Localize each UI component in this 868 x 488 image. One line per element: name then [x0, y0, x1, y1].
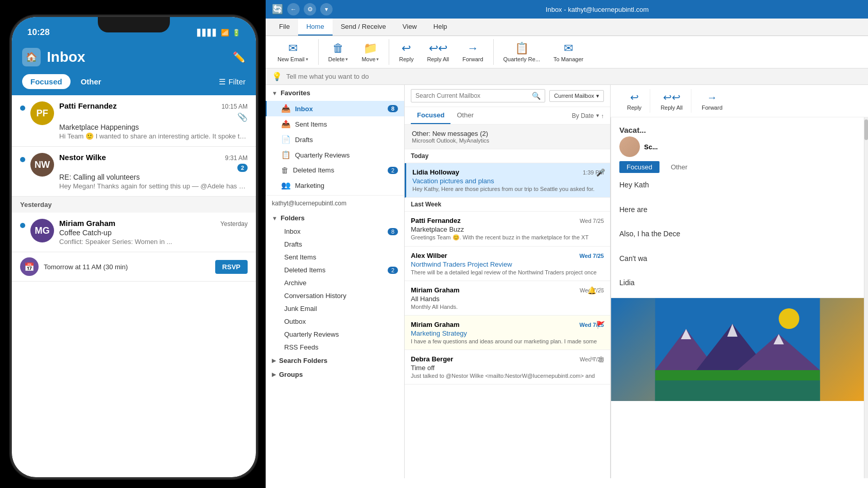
last-week-section: Last Week — [405, 198, 610, 212]
phone-focused-tab[interactable]: Focused — [22, 74, 71, 89]
sidebar-account: kathyt@lucernepubintl.com — [266, 195, 404, 211]
ribbon-tab-help[interactable]: Help — [425, 19, 456, 36]
sidebar-folder-outbox[interactable]: Outbox — [266, 315, 404, 328]
sidebar-item-deleted[interactable]: 🗑 Deleted Items 2 — [266, 163, 404, 178]
read-reply-all-button[interactable]: ↩↩ Reply All — [652, 89, 691, 113]
reply-button[interactable]: ↩ Reply — [393, 39, 419, 65]
sidebar-folder-quarterly[interactable]: Quarterly Reviews — [266, 328, 404, 341]
folder-drafts-label: Drafts — [284, 240, 302, 248]
sidebar-search-folders-header[interactable]: ▶ Search Folders — [266, 354, 404, 368]
ribbon-tab-view[interactable]: View — [394, 19, 425, 36]
email-item-alex[interactable]: Alex Wilber Wed 7/25 Northwind Traders P… — [405, 247, 610, 281]
sidebar-folder-conv-history[interactable]: Conversation History — [266, 289, 404, 302]
phone-email-header-3: Miriam Graham Yesterday — [59, 219, 248, 228]
sidebar-folder-archive[interactable]: Archive — [266, 276, 404, 289]
sidebar-folder-deleted[interactable]: Deleted Items 2 — [266, 264, 404, 276]
phone-other-tab[interactable]: Other — [73, 74, 110, 89]
phone-email-header-2: Nestor Wilke 9:31 AM 2 — [59, 153, 248, 172]
email-item-alex-header: Alex Wilber Wed 7/25 — [411, 252, 604, 259]
folder-inbox-badge: 8 — [388, 228, 398, 235]
avatar-miriam: MG — [30, 219, 54, 242]
email-item-debra[interactable]: Debra Berger Wed 7/25 Time off Just talk… — [405, 350, 610, 385]
search-input[interactable] — [415, 92, 529, 99]
read-forward-button[interactable]: → Forward — [693, 90, 731, 113]
email-subject-lidia: Vacation pictures and plans — [412, 177, 604, 185]
email-preview-patti: Greetings Team 😊. With the recent buzz i… — [411, 234, 604, 241]
delete-label: Delete — [328, 56, 345, 62]
other-tab[interactable]: Other — [450, 107, 480, 124]
phone-item-right-1: 10:15 AM 📎 — [221, 103, 248, 122]
mailbox-dropdown-arrow: ▾ — [596, 93, 599, 99]
folder-inbox-label: Inbox — [284, 228, 301, 235]
sidebar-item-inbox-favorites[interactable]: 📥 Inbox 8 — [266, 101, 404, 116]
sidebar-folder-junk[interactable]: Junk Email — [266, 302, 404, 315]
reading-focused-tab[interactable]: Focused — [619, 161, 659, 173]
ribbon-tab-file[interactable]: File — [271, 19, 298, 36]
email-item-lidia[interactable]: Lidia Holloway 1:39 PM Vacation pictures… — [405, 163, 610, 198]
reading-content: Hey Kath Here are Also, I ha the Dece Ca… — [619, 179, 856, 289]
sidebar-groups-header[interactable]: ▶ Groups — [266, 368, 404, 381]
sidebar-item-marketing[interactable]: 👥 Marketing — [266, 178, 404, 193]
delete-button[interactable]: 🗑 Delete ▾ — [323, 39, 354, 65]
sidebar-folder-drafts[interactable]: Drafts — [266, 238, 404, 251]
sidebar-item-drafts[interactable]: 📄 Drafts — [266, 132, 404, 147]
tell-me-input[interactable] — [286, 73, 862, 80]
move-button[interactable]: 📁 Move ▾ — [356, 39, 385, 65]
outlook-logo: 🔄 — [272, 4, 283, 15]
scrollbar-track[interactable] — [864, 117, 868, 478]
mailbox-dropdown[interactable]: Current Mailbox ▾ — [549, 90, 604, 102]
phone-email-item-1[interactable]: PF Patti Fernandez 10:15 AM 📎 Marketplac… — [12, 95, 256, 147]
rsvp-button[interactable]: RSVP — [215, 260, 248, 274]
new-email-button[interactable]: ✉ New Email ▾ — [272, 39, 314, 65]
scrollbar-thumb[interactable] — [864, 119, 868, 140]
email-icons-miriam-ah: 🔔 ⚑ — [587, 286, 605, 294]
folder-deleted-label: Deleted Items — [284, 266, 325, 274]
reading-other-tab[interactable]: Other — [664, 161, 695, 173]
phone-event-text: Tomorrow at 11 AM (30 min) — [44, 263, 210, 271]
phone-event-row[interactable]: 📅 Tomorrow at 11 AM (30 min) RSVP — [12, 252, 256, 282]
read-reply-button[interactable]: ↩ Reply — [619, 89, 650, 113]
email-item-patti[interactable]: Patti Fernandez Wed 7/25 Marketplace Buz… — [405, 212, 610, 247]
settings-button[interactable]: ⚙ — [304, 3, 316, 15]
more-button[interactable]: ▾ — [320, 3, 333, 15]
sidebar-folders-header[interactable]: ▼ Folders — [266, 211, 404, 225]
email-subject-miriam-ah: All Hands — [411, 295, 604, 303]
compose-button[interactable]: ✏️ — [233, 51, 246, 63]
reply-all-button[interactable]: ↩↩ Reply All — [421, 39, 455, 65]
focused-tab[interactable]: Focused — [411, 107, 450, 124]
email-item-debra-header: Debra Berger Wed 7/25 — [411, 355, 604, 363]
debra-flag-icon: ⚑ — [589, 355, 596, 363]
forward-button[interactable]: → Forward — [457, 39, 489, 65]
move-dropdown-icon: ▾ — [376, 57, 379, 62]
sort-label[interactable]: By Date — [572, 112, 594, 119]
other-notice[interactable]: Other: New messages (2) Microsoft Outloo… — [405, 125, 610, 149]
phone-time-2: 9:31 AM — [225, 154, 248, 162]
reading-pane-toolbar: ↩ Reply ↩↩ Reply All → Forward — [611, 85, 868, 117]
sidebar-item-sent[interactable]: 📤 Sent Items — [266, 116, 404, 132]
phone-email-item-3[interactable]: MG Miriam Graham Yesterday Coffee Catch-… — [12, 213, 256, 252]
ribbon-tab-home[interactable]: Home — [298, 19, 333, 36]
phone-header: 🏠 Inbox ✏️ — [12, 43, 256, 74]
search-box[interactable]: 🔍 — [411, 89, 545, 102]
to-manager-button[interactable]: ✉ To Manager — [548, 39, 589, 65]
email-item-miriam-marketing[interactable]: Miriam Graham Wed 7/25 Marketing Strateg… — [405, 316, 610, 350]
sidebar-item-quarterly[interactable]: 📋 Quarterly Reviews — [266, 147, 404, 163]
sidebar-favorites-header[interactable]: ▼ Favorites — [266, 85, 404, 101]
read-reply-all-label: Reply All — [661, 104, 683, 111]
ribbon-tab-send-receive[interactable]: Send / Receive — [333, 19, 394, 36]
phone-filter-button[interactable]: ☰ Filter — [219, 77, 246, 86]
quarterly-re-button[interactable]: 📋 Quarterly Re... — [498, 39, 546, 65]
phone-email-item-2[interactable]: NW Nestor Wilke 9:31 AM 2 RE: Calling al… — [12, 147, 256, 197]
sidebar-folder-inbox[interactable]: Inbox 8 — [266, 225, 404, 238]
ribbon-separator-3 — [493, 39, 494, 65]
email-sender-miriam-mkt: Miriam Graham — [411, 321, 460, 328]
back-button[interactable]: ← — [287, 3, 300, 15]
sidebar-folder-rss[interactable]: RSS Feeds — [266, 341, 404, 354]
to-manager-label: To Manager — [553, 56, 583, 62]
move-label: Move — [361, 56, 375, 62]
sidebar-folder-sent[interactable]: Sent Items — [266, 251, 404, 264]
search-folders-chevron-icon: ▶ — [272, 357, 276, 364]
phone-header-left: 🏠 Inbox — [22, 48, 85, 66]
email-item-miriam-allhands[interactable]: Miriam Graham Wed 7/25 All Hands Monthly… — [405, 281, 610, 316]
deleted-icon: 🗑 — [281, 166, 289, 175]
